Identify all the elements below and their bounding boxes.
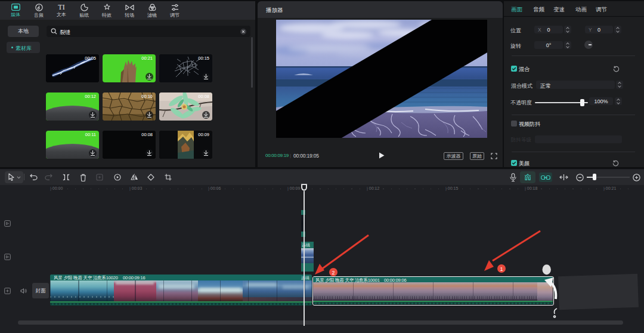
svg-text:2: 2 <box>332 270 335 276</box>
svg-text:1: 1 <box>500 266 503 272</box>
